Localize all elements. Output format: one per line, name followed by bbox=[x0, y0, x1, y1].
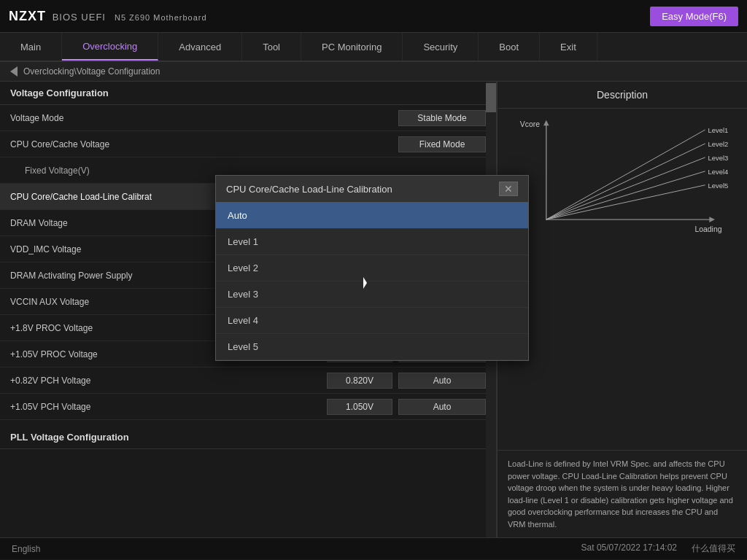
dropdown-close-button[interactable]: ✕ bbox=[499, 182, 518, 196]
dropdown-item-level5[interactable]: Level 5 bbox=[216, 334, 528, 360]
dropdown-item-level3[interactable]: Level 3 bbox=[216, 281, 528, 308]
dropdown-item-level4[interactable]: Level 4 bbox=[216, 308, 528, 334]
dropdown-overlay[interactable]: CPU Core/Cache Load-Line Calibration ✕ A… bbox=[0, 0, 747, 560]
dropdown-header: CPU Core/Cache Load-Line Calibration ✕ bbox=[216, 176, 528, 203]
dropdown-item-level1[interactable]: Level 1 bbox=[216, 229, 528, 255]
dropdown-title: CPU Core/Cache Load-Line Calibration bbox=[226, 184, 392, 195]
dropdown-item-auto[interactable]: Auto bbox=[216, 203, 528, 229]
dropdown-item-level2[interactable]: Level 2 bbox=[216, 255, 528, 281]
dropdown-modal: CPU Core/Cache Load-Line Calibration ✕ A… bbox=[215, 175, 529, 361]
